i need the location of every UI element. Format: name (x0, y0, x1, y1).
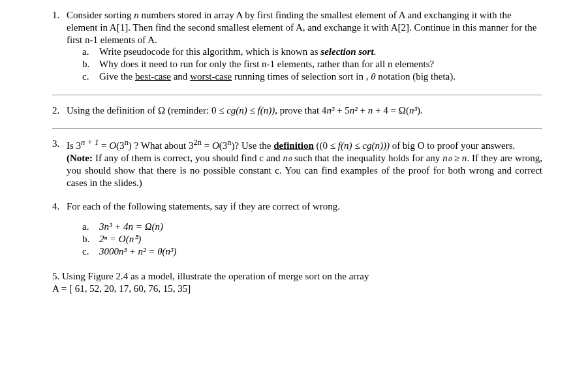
q1-c-t2: best-case (135, 71, 171, 82)
q3-l1o: ((0 ≤ (314, 140, 338, 151)
q1-c-t3: and (171, 71, 190, 82)
q1-a-t3: . (374, 46, 377, 57)
q2-t11: ). (417, 105, 423, 116)
q1-number: 1. (52, 9, 67, 83)
q5-line2: A = [ 61, 52, 20, 17, 60, 76, 15, 35] (52, 283, 542, 295)
q1-c-t1: Give the (99, 71, 135, 82)
q2-t4: n³ (326, 105, 334, 116)
q3-n3: such that the inequality holds for any (292, 153, 442, 163)
q3-l1q: of big O to proof your answers. (390, 140, 515, 151)
q4-body: For each of the following statements, sa… (67, 200, 542, 257)
q1-c-t5: running times of selection sort in , (232, 71, 371, 82)
q2-t7: + (358, 105, 368, 116)
q3-l1a: Is 3 (67, 140, 81, 151)
q4-a-text: 3n³ + 4n = Ω(n) (99, 221, 542, 233)
q2-body: Using the definition of Ω (reminder: 0 ≤… (67, 104, 542, 117)
q3-n2: n₀ (283, 153, 292, 163)
q1-c-t7: notation (big theta). (376, 71, 456, 82)
q3-l1c: = (99, 140, 109, 151)
q1-text-n: n (134, 10, 139, 20)
q2-t2: cg(n) ≤ f(n)) (226, 105, 275, 116)
q5-number: 5. (52, 271, 59, 281)
q1-a-t1: Write pseudocode for this algorithm, whi… (99, 46, 320, 57)
q3-note-label: (Note: (67, 153, 95, 163)
q3-l1j: O (212, 140, 219, 151)
q4-a-letter: a. (67, 221, 99, 233)
q4-c-letter: c. (67, 245, 99, 258)
question-2: 2. Using the definition of Ω (reminder: … (52, 104, 542, 117)
q5-line1: Using Figure 2.4 as a model, illustrate … (62, 271, 369, 281)
q1-c-t4: worst-case (190, 71, 232, 82)
question-3: 3. Is 3n + 1 = O(3n) ? What about 32n = … (52, 138, 542, 189)
q3-l1g: ) ? What about 3 (129, 140, 194, 151)
q1-a-text: Write pseudocode for this algorithm, whi… (99, 46, 542, 58)
q2-t3: , prove that 4 (275, 105, 326, 116)
q3-l1d: O (109, 140, 116, 151)
q3-l1k: (3 (219, 140, 228, 151)
q4-b-letter: b. (67, 233, 99, 245)
document-page: 1. Consider sorting n numbers stored in … (0, 0, 588, 316)
q1-c-text: Give the best-case and worst-case runnin… (99, 70, 542, 83)
q3-note: (Note: If any of them is correct, you sh… (67, 152, 542, 189)
q4-text: For each of the following statements, sa… (67, 201, 340, 211)
q2-number: 2. (52, 104, 67, 117)
question-1: 1. Consider sorting n numbers stored in … (52, 9, 542, 83)
q3-number: 3. (52, 138, 67, 189)
q1-a-letter: a. (67, 46, 99, 58)
q1-a-t2: selection sort (320, 46, 373, 57)
q1-text-a: Consider sorting (67, 10, 134, 20)
q1-c-letter: c. (67, 70, 99, 83)
q2-t6: n² (350, 105, 358, 116)
question-5: 5. Using Figure 2.4 as a model, illustra… (52, 270, 542, 295)
q2-t10: n³ (409, 105, 417, 116)
q3-l1e: (3 (116, 140, 125, 151)
q3-l1n: definition (273, 140, 314, 151)
q2-t9: + 4 = Ω( (373, 105, 409, 116)
q4-c-text: 3000n³ + n² = θ(n³) (99, 245, 542, 258)
q1-b-letter: b. (67, 58, 99, 70)
q3-n1: If any of them is correct, you should fi… (95, 153, 283, 163)
divider-2 (52, 128, 542, 129)
q3-n4: n₀ ≥ n (442, 153, 467, 163)
question-4: 4. For each of the following statements,… (52, 200, 542, 257)
q4-number: 4. (52, 200, 67, 257)
q3-l1b: n + 1 (81, 138, 99, 147)
q4-b-text: 2ⁿ = O(n⁵) (99, 233, 542, 245)
q3-l1m: )? Use the (232, 140, 274, 151)
q3-l1p: f(n) ≤ cg(n))) (338, 140, 390, 151)
q1-c-t6: θ (371, 71, 375, 82)
q3-l1h: 2n (194, 138, 202, 147)
q2-t5: + 5 (334, 105, 349, 116)
q3-body: Is 3n + 1 = O(3n) ? What about 32n = O(3… (67, 138, 542, 189)
q2-t1: Using the definition of Ω (reminder: 0 ≤ (67, 105, 226, 116)
divider-1 (52, 95, 542, 95)
q1-body: Consider sorting n numbers stored in arr… (67, 9, 542, 83)
q3-l1i: = (202, 140, 212, 151)
q1-b-text: Why does it need to run for only the fir… (99, 58, 542, 70)
